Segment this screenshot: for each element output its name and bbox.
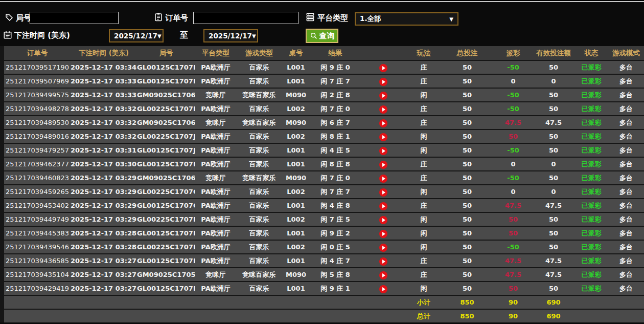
- cell-status: 已派彩: [573, 227, 609, 240]
- play-icon[interactable]: [379, 285, 387, 293]
- cell-play: 庄: [406, 75, 442, 88]
- cell-payout: 0: [493, 75, 534, 88]
- cell-time: 2025-12-17 03:27:56: [71, 254, 137, 267]
- table-row: 2512170394592652025-12-17 03:29:48GL0022…: [4, 185, 644, 198]
- play-icon[interactable]: [379, 202, 387, 210]
- play-icon[interactable]: [379, 92, 387, 100]
- cell-play: 闲: [406, 227, 442, 240]
- cell-platform: 竞咪厅: [195, 89, 236, 101]
- table-row: 2512170394453832025-12-17 03:28:39GL0012…: [4, 227, 644, 240]
- cell-table_no: M090: [282, 89, 310, 101]
- cell-mode: 多台: [609, 144, 643, 157]
- play-icon[interactable]: [379, 230, 387, 238]
- cell-payout: 50: [493, 130, 534, 143]
- play-icon[interactable]: [379, 161, 387, 169]
- cell-round: GM09025C17060: [137, 171, 195, 184]
- date-from-value: 2025/12/17: [114, 32, 157, 40]
- table-row: 2512170394294192025-12-17 03:27:18GL0012…: [4, 282, 644, 295]
- cell-table_no: M090: [282, 171, 310, 184]
- play-icon[interactable]: [379, 133, 387, 141]
- cell-status: 已派彩: [573, 171, 609, 184]
- cell-result: 闲 7 庄 0: [310, 102, 361, 115]
- cell-valid: 50: [534, 213, 573, 226]
- cell-bet: 50: [442, 61, 493, 74]
- cell-payout: 50: [493, 282, 534, 295]
- cell-table_no: L002: [282, 102, 310, 115]
- play-icon[interactable]: [379, 105, 387, 114]
- play-icon[interactable]: [379, 64, 387, 72]
- play-icon[interactable]: [379, 216, 387, 224]
- cell-platform: PA欧洲厅: [195, 227, 236, 240]
- play-icon[interactable]: [379, 244, 387, 252]
- cell-replay: [361, 268, 406, 281]
- cell-valid: 50: [534, 130, 573, 143]
- cell-game: 竞咪百家乐: [236, 116, 282, 129]
- cell-round: GM09025C17063: [137, 89, 195, 101]
- cell-table_no: L002: [282, 241, 310, 253]
- cell-result: 闲 0 庄 5: [310, 241, 361, 253]
- cell-bet: 50: [442, 102, 493, 115]
- cell-result: 闲 9 庄 0: [310, 61, 361, 74]
- column-header: 平台类型: [195, 46, 236, 60]
- cell-play: 庄: [406, 268, 442, 281]
- cell-payout: 47.5: [493, 199, 534, 212]
- order-input[interactable]: [193, 12, 298, 24]
- play-icon[interactable]: [379, 78, 387, 86]
- play-icon[interactable]: [379, 188, 387, 197]
- cell-platform: PA欧洲厅: [195, 102, 236, 115]
- cell-time: 2025-12-17 03:27:47: [71, 268, 137, 281]
- cell-mode: 多台: [609, 158, 643, 170]
- cell-game: 百家乐: [236, 199, 282, 212]
- subtotal-bet: 850: [442, 296, 493, 309]
- cell-replay: [361, 130, 406, 143]
- cell-table_no: L002: [282, 185, 310, 198]
- date-from-select[interactable]: 2025/12/17 ▼: [109, 29, 164, 42]
- cell-platform: PA欧洲厅: [195, 130, 236, 143]
- cell-payout: 0: [493, 185, 534, 198]
- cell-order: 251217039439546: [4, 241, 71, 253]
- cell-payout: -50: [493, 241, 534, 253]
- cell-valid: 50: [534, 89, 573, 101]
- chevron-down-icon: ▼: [157, 33, 162, 39]
- cell-platform: PA欧洲厅: [195, 185, 236, 198]
- cell-round: GL00125C1707N: [137, 61, 195, 74]
- total-payout: 90: [493, 310, 534, 322]
- table-row: 2512170394497492025-12-17 03:29:00GL0022…: [4, 213, 644, 226]
- cell-bet: 50: [442, 213, 493, 226]
- round-input[interactable]: [30, 12, 119, 24]
- play-icon[interactable]: [379, 147, 387, 155]
- cell-round: GL00225C1707F: [137, 213, 195, 226]
- cell-table_no: L001: [282, 227, 310, 240]
- date-to-select[interactable]: 2025/12/17 ▼: [203, 29, 258, 42]
- cell-time: 2025-12-17 03:33:43: [71, 75, 137, 88]
- cell-valid: 47.5: [534, 254, 573, 267]
- cell-game: 百家乐: [236, 102, 282, 115]
- column-header: 有效投注额: [534, 46, 573, 60]
- play-icon[interactable]: [379, 175, 387, 183]
- cell-round: GL00225C1707K: [137, 102, 195, 115]
- cell-round: GM09025C1705Y: [137, 268, 195, 281]
- platform-stack-icon: [306, 12, 315, 21]
- cell-result: 闲 9 庄 2: [310, 227, 361, 240]
- cell-payout: -50: [493, 89, 534, 101]
- cell-round: GL00125C1707H: [137, 158, 195, 170]
- date-to-value: 2025/12/17: [209, 32, 252, 40]
- orders-table: 订单号下注时间 (美东)局号平台类型游戏类型桌号结果玩法总投注派彩有效投注额状态…: [0, 46, 644, 322]
- cell-valid: 0: [534, 75, 573, 88]
- platform-select[interactable]: 1.全部 ▼: [355, 12, 458, 26]
- play-icon[interactable]: [379, 257, 387, 266]
- cell-payout: -50: [493, 171, 534, 184]
- table-row: 2512170395079692025-12-17 03:33:43GL0012…: [4, 75, 644, 88]
- cell-table_no: L001: [282, 75, 310, 88]
- cell-order: 251217039429419: [4, 282, 71, 295]
- query-button[interactable]: 查询: [306, 29, 338, 43]
- cell-mode: 多台: [609, 254, 643, 267]
- table-row: 2512170394890162025-12-17 03:32:09GL0022…: [4, 130, 644, 143]
- cell-status: 已派彩: [573, 75, 609, 88]
- play-icon[interactable]: [379, 271, 387, 279]
- total-bet: 850: [442, 310, 493, 322]
- cell-status: 已派彩: [573, 268, 609, 281]
- cell-game: 百家乐: [236, 75, 282, 88]
- cell-mode: 多台: [609, 102, 643, 115]
- play-icon[interactable]: [379, 119, 387, 127]
